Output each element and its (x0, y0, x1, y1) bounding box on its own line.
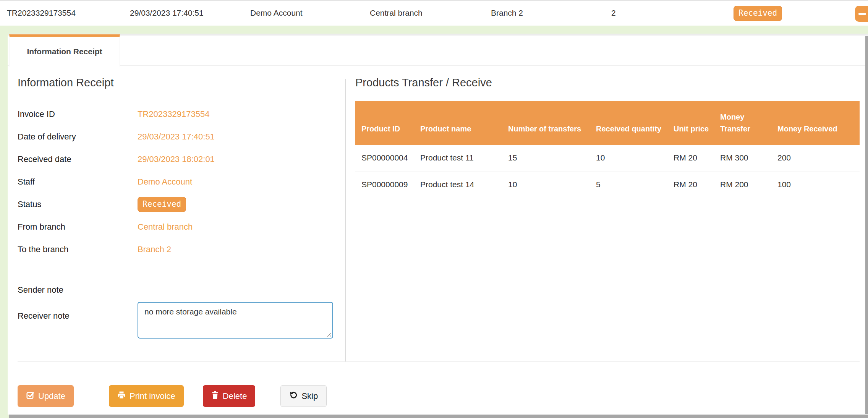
printer-icon (117, 391, 126, 402)
delete-button[interactable]: Delete (203, 385, 256, 407)
col-received-quantity: Received quantity (596, 101, 674, 145)
table-row: SP00000009 Product test 14 10 5 RM 20 RM… (355, 171, 860, 198)
cell-money-received: 200 (777, 145, 860, 171)
summary-datetime: 29/03/2023 17:40:51 (130, 8, 204, 18)
trash-icon (211, 391, 219, 402)
cell-received-quantity: 10 (596, 145, 674, 171)
print-invoice-label: Print invoice (130, 391, 175, 401)
cell-received-quantity: 5 (596, 171, 674, 198)
col-unit-price: Unit price (674, 101, 720, 145)
field-status: Status Received (18, 193, 343, 215)
field-label: Staff (18, 177, 138, 187)
information-receipt-panel: Information Receipt Invoice ID TR2023329… (18, 76, 343, 339)
tab-information-receipt[interactable]: Information Receipt (9, 34, 120, 66)
summary-from-branch: Central branch (370, 8, 423, 18)
field-date-of-delivery: Date of delivery 29/03/2023 17:40:51 (18, 125, 343, 148)
field-sender-note: Sender note (18, 278, 343, 302)
products-table: Product ID Product name Number of transf… (355, 101, 860, 198)
field-label: Status (18, 199, 138, 209)
summary-invoice-id: TR2023329173554 (7, 8, 76, 18)
transfer-summary-row: TR2023329173554 29/03/2023 17:40:51 Demo… (0, 0, 868, 26)
field-label: Invoice ID (18, 109, 138, 119)
cell-number-of-transfers: 10 (508, 171, 596, 198)
cell-unit-price: RM 20 (674, 171, 720, 198)
undo-icon (289, 391, 298, 402)
summary-status-badge: Received (734, 6, 782, 21)
tabbar-background (8, 34, 868, 36)
cell-product-id: SP00000009 (355, 171, 420, 198)
field-value: Branch 2 (138, 245, 171, 254)
table-row: SP00000004 Product test 11 15 10 RM 20 R… (355, 145, 860, 171)
field-value: 29/03/2023 17:40:51 (138, 132, 215, 142)
field-label: Received date (18, 154, 138, 164)
summary-staff: Demo Account (250, 8, 303, 18)
status-badge: Received (138, 197, 186, 212)
col-product-name: Product name (420, 101, 508, 145)
collapse-row-button[interactable] (855, 6, 868, 22)
col-money-received: Money Received (777, 101, 860, 145)
cell-money-transfer: RM 300 (720, 145, 777, 171)
summary-to-branch: Branch 2 (491, 8, 523, 18)
field-label: From branch (18, 222, 138, 232)
products-panel: Products Transfer / Receive Product ID P… (355, 76, 867, 198)
update-label: Update (38, 391, 65, 401)
cell-number-of-transfers: 15 (508, 145, 596, 171)
field-value: 29/03/2023 18:02:01 (138, 154, 215, 164)
col-money-transfer: Money Transfer (720, 101, 777, 145)
col-number-of-transfers: Number of transfers (508, 101, 596, 145)
receiver-note-label: Receiver note (18, 302, 138, 321)
field-received-date: Received date 29/03/2023 18:02:01 (18, 148, 343, 170)
summary-quantity: 2 (611, 8, 616, 18)
cell-unit-price: RM 20 (674, 145, 720, 171)
field-label: To the branch (18, 245, 138, 254)
field-value: TR2023329173554 (138, 109, 209, 119)
cell-product-name: Product test 14 (420, 171, 508, 198)
receiver-note-input[interactable]: no more storage available (138, 302, 333, 339)
field-value: Demo Account (138, 177, 192, 187)
products-header-row: Product ID Product name Number of transf… (355, 101, 860, 145)
field-staff: Staff Demo Account (18, 170, 343, 193)
field-from-branch: From branch Central branch (18, 215, 343, 238)
delete-label: Delete (223, 391, 247, 401)
print-invoice-button[interactable]: Print invoice (109, 385, 184, 407)
cell-product-id: SP00000004 (355, 145, 420, 171)
cell-product-name: Product test 11 (420, 145, 508, 171)
field-to-the-branch: To the branch Branch 2 (18, 238, 343, 261)
cell-money-transfer: RM 200 (720, 171, 777, 198)
check-square-icon (26, 391, 34, 402)
tab-label: Information Receipt (27, 47, 102, 56)
actions-divider (18, 361, 860, 362)
skip-label: Skip (301, 391, 318, 401)
skip-button[interactable]: Skip (280, 385, 327, 407)
receipt-detail-card: Information Receipt Information Receipt … (8, 34, 868, 415)
cell-money-received: 100 (777, 171, 860, 198)
information-receipt-title: Information Receipt (18, 76, 343, 89)
field-label: Date of delivery (18, 132, 138, 142)
sender-note-label: Sender note (18, 285, 138, 295)
tabbar-bottom-border (8, 65, 868, 66)
action-buttons: Update Print invoice Delete (18, 385, 327, 407)
vertical-scrollbar[interactable] (865, 36, 868, 414)
col-product-id: Product ID (355, 101, 420, 145)
update-button[interactable]: Update (18, 385, 74, 407)
field-receiver-note: Receiver note no more storage available (18, 302, 343, 339)
panel-divider (345, 79, 346, 361)
field-invoice-id: Invoice ID TR2023329173554 (18, 103, 343, 125)
minus-icon (858, 13, 866, 15)
horizontal-scrollbar[interactable] (9, 415, 868, 418)
products-title: Products Transfer / Receive (355, 76, 867, 89)
field-value: Central branch (138, 222, 193, 232)
